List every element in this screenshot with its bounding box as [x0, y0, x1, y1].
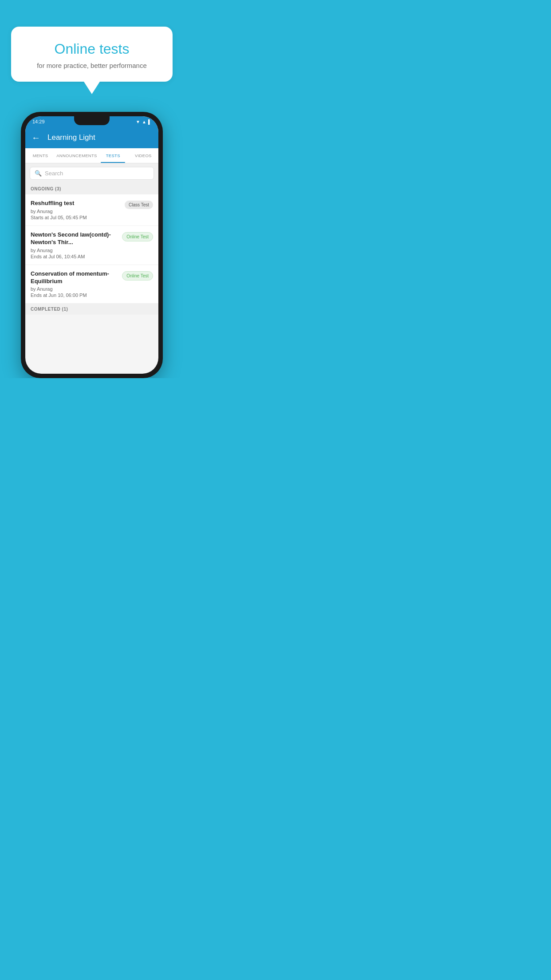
promo-subtitle: for more practice, better performance	[24, 62, 160, 69]
tab-announcements[interactable]: ANNOUNCEMENTS	[55, 148, 98, 163]
test-info-3: Conservation of momentum-Equilibrium by …	[31, 270, 118, 298]
test-author-2: by Anurag	[31, 248, 118, 253]
test-badge-3: Online Test	[122, 271, 153, 281]
test-title-2: Newton's Second law(contd)-Newton's Thir…	[31, 231, 118, 246]
test-badge-2: Online Test	[122, 232, 153, 241]
test-author-1: by Anurag	[31, 209, 121, 214]
speech-bubble: Online tests for more practice, better p…	[11, 27, 173, 82]
test-date-1: Starts at Jul 05, 05:45 PM	[31, 215, 121, 220]
tab-tests[interactable]: TESTS	[98, 148, 128, 163]
test-info-2: Newton's Second law(contd)-Newton's Thir…	[31, 231, 118, 259]
test-list: Reshuffling test by Anurag Starts at Jul…	[25, 194, 158, 304]
search-icon: 🔍	[35, 170, 42, 177]
completed-section-header: COMPLETED (1)	[25, 304, 158, 315]
battery-icon: ▌	[148, 119, 151, 124]
test-item-3[interactable]: Conservation of momentum-Equilibrium by …	[25, 265, 158, 304]
promo-title: Online tests	[24, 41, 160, 57]
status-time: 14:29	[32, 119, 45, 124]
tabs-bar: MENTS ANNOUNCEMENTS TESTS VIDEOS	[25, 148, 158, 163]
tab-ments[interactable]: MENTS	[25, 148, 55, 163]
phone-notch	[74, 116, 110, 125]
search-placeholder: Search	[45, 170, 63, 177]
search-input-wrapper[interactable]: 🔍 Search	[30, 167, 154, 180]
status-icons: ▼ ▲ ▌	[136, 119, 151, 124]
phone-frame: 14:29 ▼ ▲ ▌ ← Learning Light MENTS ANNOU…	[21, 112, 163, 378]
test-badge-1: Class Test	[125, 201, 153, 209]
signal-icon: ▲	[142, 119, 146, 124]
phone-screen: 14:29 ▼ ▲ ▌ ← Learning Light MENTS ANNOU…	[25, 116, 158, 374]
app-header: ← Learning Light	[25, 127, 158, 148]
test-title-3: Conservation of momentum-Equilibrium	[31, 270, 118, 285]
wifi-icon: ▼	[136, 119, 140, 124]
test-item-2[interactable]: Newton's Second law(contd)-Newton's Thir…	[25, 226, 158, 265]
test-title-1: Reshuffling test	[31, 200, 121, 207]
speech-bubble-wrapper: Online tests for more practice, better p…	[11, 27, 173, 82]
test-author-3: by Anurag	[31, 286, 118, 292]
test-info-1: Reshuffling test by Anurag Starts at Jul…	[31, 200, 121, 220]
back-button[interactable]: ←	[31, 133, 40, 143]
test-date-2: Ends at Jul 06, 10:45 AM	[31, 254, 118, 259]
ongoing-section-header: ONGOING (3)	[25, 183, 158, 194]
phone-wrapper: 14:29 ▼ ▲ ▌ ← Learning Light MENTS ANNOU…	[8, 112, 176, 378]
tab-videos[interactable]: VIDEOS	[128, 148, 158, 163]
app-title: Learning Light	[47, 133, 95, 142]
search-bar-container: 🔍 Search	[25, 163, 158, 183]
test-item-1[interactable]: Reshuffling test by Anurag Starts at Jul…	[25, 194, 158, 226]
test-date-3: Ends at Jun 10, 06:00 PM	[31, 292, 118, 298]
